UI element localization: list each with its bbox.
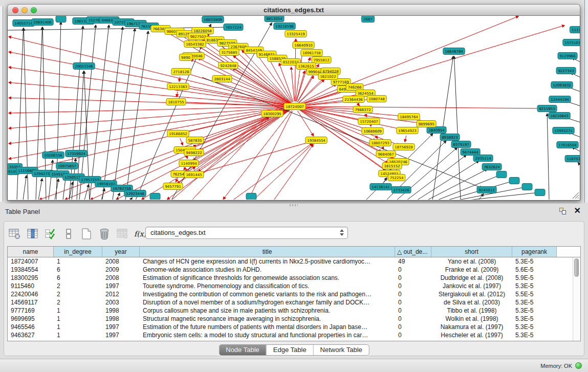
table-row[interactable]: 2242004622012Investigating the contribut…	[8, 290, 580, 298]
graph-edge[interactable]	[79, 25, 96, 200]
table-row[interactable]: 911546021997Tourette syndrome. Phenomeno…	[8, 282, 580, 290]
table-row[interactable]: 1938455462009Genome-wide association stu…	[8, 266, 580, 274]
graph-node[interactable]	[246, 193, 256, 200]
table-row[interactable]: 1872400712008Changes of HCN gene express…	[8, 257, 580, 266]
graph-edge[interactable]	[179, 77, 180, 81]
import-table-icon[interactable]	[116, 227, 129, 240]
table-settings-icon[interactable]	[8, 227, 21, 240]
show-column-icon[interactable]	[26, 227, 39, 240]
tab-edge-table[interactable]: Edge Table	[266, 345, 313, 355]
new-table-icon[interactable]	[80, 227, 93, 240]
minimize-button[interactable]	[21, 7, 28, 13]
graph-edge[interactable]	[300, 26, 565, 105]
table-row[interactable]: 946362711997Embryonic stem cells: a mode…	[8, 331, 580, 339]
graph-edge[interactable]	[357, 103, 360, 105]
graph-edge[interactable]	[192, 117, 269, 200]
graph-node-label: 18724007	[286, 105, 304, 109]
graph-edge[interactable]	[101, 189, 104, 200]
float-panel-icon[interactable]	[559, 208, 567, 215]
cell-pagerank: 5.3E-5	[512, 331, 557, 339]
graph-edge[interactable]	[171, 117, 268, 200]
graph-edge[interactable]	[9, 107, 290, 159]
graph-node-label: 746266	[348, 85, 362, 90]
column-header-in_degree[interactable]: in_degree	[54, 247, 102, 257]
graph-edge[interactable]	[547, 114, 549, 200]
graph-edge[interactable]	[38, 179, 42, 200]
graph-edge[interactable]	[291, 67, 294, 101]
table-selector-dropdown[interactable]: citations_edges.txt	[145, 227, 348, 239]
graph-edge[interactable]	[90, 25, 109, 200]
graph-edge[interactable]	[23, 176, 27, 200]
graph-edge[interactable]	[299, 16, 518, 105]
tab-node-table[interactable]: Node Table	[219, 345, 266, 355]
graph-edge[interactable]	[84, 185, 89, 200]
close-panel-icon[interactable]: ✕	[574, 206, 581, 215]
graph-node[interactable]	[496, 171, 507, 178]
close-button[interactable]	[12, 7, 18, 13]
graph-node[interactable]	[56, 16, 66, 23]
graph-node-label: 16543382	[186, 42, 204, 47]
delete-table-icon[interactable]	[98, 227, 111, 240]
resize-grip[interactable]	[573, 192, 579, 199]
cell-out_de: 49	[395, 257, 431, 266]
graph-edge[interactable]	[9, 52, 290, 105]
graph-edge[interactable]	[223, 111, 292, 200]
graph-edge[interactable]	[578, 163, 580, 165]
graph-edge[interactable]	[184, 167, 186, 170]
graph-edge[interactable]	[190, 59, 290, 104]
panel-splitter-handle[interactable]	[290, 204, 298, 206]
graph-node[interactable]	[535, 189, 545, 196]
graph-node-label: 16648784	[445, 50, 463, 54]
graph-edge[interactable]	[199, 142, 312, 173]
graph-edge[interactable]	[9, 82, 290, 106]
network-canvas[interactable]: 1405571420891406106532871527602846616110…	[7, 16, 580, 201]
graph-node[interactable]	[509, 178, 519, 184]
graph-edge[interactable]	[130, 198, 132, 200]
graph-node-label: 2687	[363, 17, 373, 21]
graph-edge[interactable]	[198, 110, 290, 172]
graph-edge[interactable]	[279, 63, 293, 101]
graph-edge[interactable]	[49, 160, 53, 200]
graph-edge[interactable]	[297, 111, 313, 136]
graph-edge[interactable]	[405, 136, 406, 142]
select-all-icon[interactable]	[44, 227, 57, 240]
rows-icon[interactable]	[62, 227, 75, 240]
column-header-year[interactable]: year	[102, 247, 140, 257]
zoom-button[interactable]	[31, 7, 37, 13]
table-row[interactable]: 946554611997Estimation of the future num…	[8, 323, 580, 331]
table-row[interactable]: 1830029562008Estimation of significance …	[8, 274, 580, 282]
table-body: 1872400712008Changes of HCN gene express…	[8, 257, 580, 339]
graph-edge[interactable]	[299, 84, 336, 104]
graph-edge[interactable]	[365, 114, 367, 117]
graph-edge[interactable]	[274, 144, 313, 200]
column-header-name[interactable]: name	[8, 247, 54, 257]
graph-edge[interactable]	[9, 67, 290, 105]
network-graph[interactable]: 1405571420891406106532871527602846616110…	[8, 16, 580, 200]
vertical-scrollbar[interactable]	[573, 257, 580, 341]
column-header-pagerank[interactable]: pagerank	[512, 247, 557, 257]
column-header-out_de[interactable]: △ out_de...	[395, 247, 431, 257]
scrollbar-thumb[interactable]	[574, 258, 579, 277]
graph-edge[interactable]	[180, 138, 183, 145]
graph-edge[interactable]	[9, 98, 290, 106]
graph-edge[interactable]	[125, 31, 148, 200]
table-row[interactable]: 1456911722003Disruption of a novel membe…	[8, 298, 580, 307]
graph-node-label: 1840954	[428, 128, 445, 133]
graph-edge[interactable]	[300, 107, 404, 116]
graph-edge[interactable]	[295, 50, 302, 101]
graph-edge[interactable]	[113, 29, 135, 200]
graph-edge[interactable]	[297, 76, 313, 102]
network-window-title: citations_edges.txt	[8, 5, 580, 15]
graph-node[interactable]	[522, 184, 532, 190]
column-header-short[interactable]: short	[431, 247, 512, 257]
column-header-title[interactable]: title	[140, 247, 395, 257]
graph-node-label: 1810755	[168, 100, 184, 104]
graph-edge[interactable]	[177, 92, 177, 97]
table-row[interactable]: 969969511998Structural magnetic resonanc…	[8, 315, 580, 323]
graph-node[interactable]	[150, 193, 160, 200]
table-row[interactable]: 977716911998Corpus callosum shape and si…	[8, 307, 580, 315]
graph-node-label: 21364436	[344, 98, 363, 102]
graph-edge[interactable]	[102, 27, 123, 200]
tab-network-table[interactable]: Network Table	[313, 345, 369, 355]
network-window-titlebar[interactable]: citations_edges.txt	[7, 4, 580, 16]
